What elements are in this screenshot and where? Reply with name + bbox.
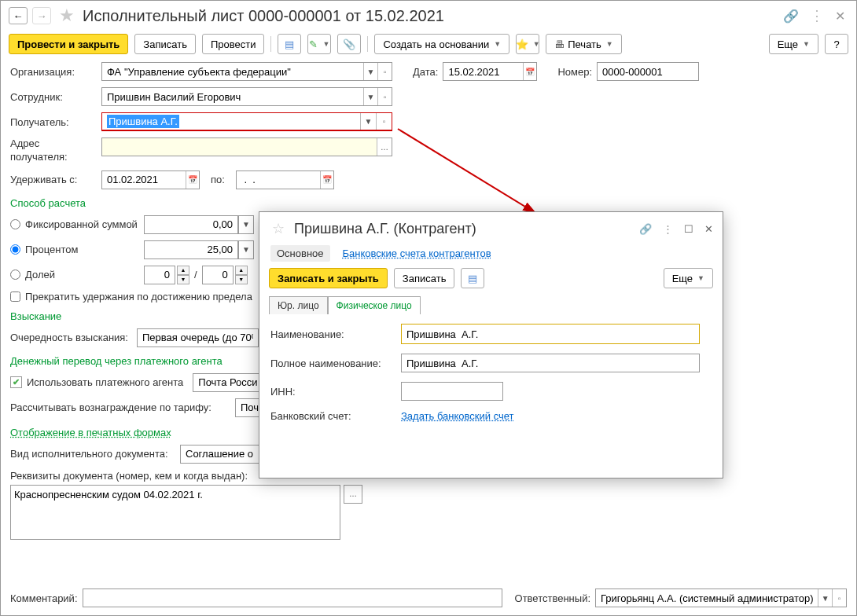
favorite-star-icon[interactable]: ★ (59, 6, 75, 26)
responsible-input[interactable] (596, 589, 818, 607)
employee-input[interactable] (102, 88, 363, 105)
withhold-to-field[interactable]: 📅 (236, 170, 334, 189)
comment-field[interactable] (83, 588, 502, 607)
responsible-field[interactable]: ▼ ▫ (595, 588, 847, 607)
popup-report-icon-button[interactable]: ▤ (461, 268, 484, 288)
number-input[interactable] (598, 63, 698, 80)
calendar-icon[interactable]: 📅 (523, 63, 536, 80)
print-forms-link[interactable]: Отображение в печатных формах (10, 427, 171, 438)
link-icon[interactable]: 🔗 (783, 9, 799, 24)
calendar-icon[interactable]: 📅 (186, 171, 199, 189)
date-input[interactable] (443, 63, 523, 80)
open-icon[interactable]: ▫ (377, 63, 392, 80)
print-button[interactable]: 🖶Печать▼ (546, 34, 622, 54)
maximize-icon[interactable]: ☐ (684, 223, 693, 235)
popup-save-close-button[interactable]: Записать и закрыть (269, 268, 388, 288)
popup-inn-label: ИНН: (270, 386, 396, 398)
more-menu-icon[interactable]: ⋮ (810, 7, 824, 24)
dropdown-icon[interactable]: ▼ (363, 88, 377, 105)
number-label: Номер: (557, 66, 592, 78)
popup-title: Пришвина А.Г. (Контрагент) (294, 221, 476, 237)
more-button[interactable]: Еще▼ (769, 34, 818, 54)
withhold-from-input[interactable] (102, 171, 186, 189)
close-icon[interactable]: ✕ (835, 9, 845, 24)
favorite-star-icon[interactable]: ☆ (272, 220, 285, 237)
address-label: Адрес получателя: (10, 138, 97, 164)
comment-input[interactable] (83, 589, 502, 607)
nav-main[interactable]: Основное (270, 245, 330, 262)
withhold-to-input[interactable] (237, 171, 320, 189)
popup-fullname-field[interactable] (401, 354, 700, 372)
help-button[interactable]: ? (825, 34, 848, 54)
post-and-close-button[interactable]: Провести и закрыть (9, 34, 128, 54)
calendar-icon[interactable]: 📅 (320, 171, 333, 189)
dropdown-icon[interactable]: ▼ (363, 63, 377, 80)
popup-bank-link[interactable]: Задать банковский счет (401, 410, 514, 422)
spinner-down[interactable]: ▼ (235, 275, 248, 284)
tab-legal[interactable]: Юр. лицо (269, 296, 328, 314)
calc-method-title: Способ расчета (10, 197, 847, 209)
favorite-icon-button[interactable]: ⭐▼ (516, 34, 539, 54)
popup-inn-field[interactable] (401, 382, 503, 401)
recipient-input[interactable]: Пришвина А.Г. (107, 115, 179, 128)
address-input[interactable] (102, 138, 377, 156)
ellipsis-icon[interactable]: … (377, 138, 392, 156)
open-icon[interactable]: ▫ (832, 589, 846, 607)
percent-input[interactable] (144, 240, 238, 259)
link-icon[interactable]: 🔗 (639, 223, 652, 235)
withhold-from-field[interactable]: 📅 (101, 170, 200, 189)
share1-input[interactable] (144, 266, 175, 284)
fixed-amount-input[interactable] (144, 215, 238, 234)
doc-type-field[interactable] (180, 445, 267, 464)
popup-more-button[interactable]: Еще▼ (664, 268, 713, 288)
share2-input[interactable] (202, 266, 234, 284)
recipient-field[interactable]: Пришвина А.Г. ▼ ▫ (101, 112, 392, 131)
popup-bank-label: Банковский счет: (270, 410, 396, 422)
tab-person[interactable]: Физическое лицо (328, 296, 421, 314)
post-button[interactable]: Провести (202, 34, 265, 54)
edit-icon-button[interactable]: ✎▼ (307, 34, 331, 54)
address-field[interactable]: … (101, 138, 392, 156)
popup-inn-input[interactable] (402, 383, 502, 400)
stop-checkbox[interactable] (10, 292, 20, 302)
dropdown-icon[interactable]: ▼ (360, 113, 376, 130)
radio-fixed[interactable]: Фиксированной суммой (10, 218, 144, 230)
spinner-down[interactable]: ▼ (177, 275, 189, 284)
date-field[interactable]: 📅 (443, 62, 537, 81)
popup-name-input[interactable] (401, 324, 700, 344)
dropdown-icon[interactable]: ▼ (818, 589, 832, 607)
save-button[interactable]: Записать (134, 34, 196, 54)
recipient-label: Получатель: (10, 116, 97, 128)
date-label: Дата: (413, 66, 438, 78)
attach-icon-button[interactable]: 📎 (337, 34, 361, 54)
radio-shares[interactable]: Долей (10, 269, 144, 280)
open-icon[interactable]: ▫ (377, 88, 392, 105)
nav-bank-accounts[interactable]: Банковские счета контрагентов (343, 245, 491, 262)
org-field[interactable]: ▼ ▫ (101, 62, 392, 81)
dropdown-icon[interactable]: ▼ (238, 215, 254, 234)
create-based-button[interactable]: Создать на основании▼ (374, 34, 509, 54)
popup-name-label: Наименование: (270, 328, 396, 340)
back-button[interactable]: ← (9, 7, 28, 24)
popup-save-button[interactable]: Записать (394, 268, 455, 288)
requisites-textarea[interactable]: Краснопресненским судом 04.02.2021 г. (10, 485, 340, 540)
spinner-up[interactable]: ▲ (177, 266, 189, 275)
ellipsis-icon[interactable]: … (344, 485, 362, 504)
forward-button[interactable]: → (32, 7, 51, 24)
employee-field[interactable]: ▼ ▫ (101, 87, 392, 106)
priority-field[interactable] (137, 328, 259, 347)
priority-input[interactable] (138, 329, 258, 346)
number-field[interactable] (597, 62, 699, 81)
close-icon[interactable]: ✕ (704, 223, 713, 235)
check-icon[interactable]: ✔ (10, 376, 22, 388)
more-menu-icon[interactable]: ⋮ (663, 223, 673, 235)
report-icon-button[interactable]: ▤ (278, 34, 301, 54)
open-icon[interactable]: ▫ (376, 113, 392, 130)
dropdown-icon[interactable]: ▼ (238, 240, 254, 259)
popup-fullname-input[interactable] (402, 354, 699, 372)
org-input[interactable] (102, 63, 363, 80)
radio-percent[interactable]: Процентом (10, 244, 144, 255)
spinner-up[interactable]: ▲ (235, 266, 248, 275)
org-label: Организация: (10, 66, 97, 78)
doc-type-input[interactable] (181, 446, 266, 463)
